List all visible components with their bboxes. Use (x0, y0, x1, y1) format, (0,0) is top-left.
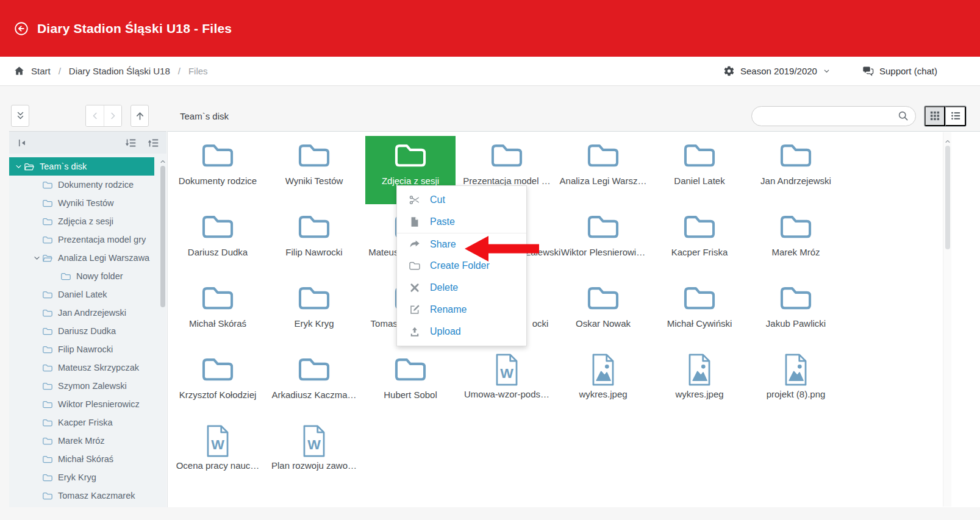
menu-item-delete[interactable]: Delete (397, 277, 526, 299)
app-header: Diary Stadion Śląski U18 - Files (0, 0, 980, 57)
sidebar-tree-item[interactable]: Kacper Friska (9, 413, 154, 432)
grid-view-button[interactable] (925, 106, 945, 126)
folder-tile[interactable]: Dariusz Dudka (173, 207, 263, 276)
menu-item-label: Share (430, 239, 456, 250)
home-icon[interactable] (13, 65, 25, 77)
sidebar-tree-item[interactable]: Tomasz Kaczmarek (9, 486, 154, 505)
collapse-sidebar-icon[interactable] (16, 137, 28, 149)
tree-expander-placeholder (31, 235, 42, 244)
folder-icon (778, 283, 814, 313)
sidebar-tree-item[interactable]: Eryk Kryg (9, 468, 154, 486)
folder-tile[interactable]: Jan Andrzejewski (751, 136, 841, 204)
main-scrollbar[interactable] (943, 132, 951, 507)
menu-item-label: Create Folder (430, 260, 490, 271)
back-button[interactable] (86, 105, 104, 126)
folder-tile[interactable]: Oskar Nowak (558, 279, 648, 347)
file-tile[interactable]: wykres.jpeg (558, 350, 648, 418)
tree-expander-placeholder (31, 326, 42, 336)
folder-tile[interactable]: Michał Cywiński (654, 279, 745, 347)
tree-expand-all-icon[interactable] (148, 137, 159, 149)
folder-icon (489, 141, 524, 170)
file-tile[interactable]: WOcena pracy nauc… (173, 421, 263, 490)
sidebar-tree-item[interactable]: Analiza Legi Warszawa (9, 249, 154, 267)
sidebar-tree-item[interactable]: Team`s disk (9, 157, 154, 176)
folder-tile[interactable]: Krzysztof Kołodziej (173, 350, 263, 418)
folder-icon (778, 212, 814, 241)
scroll-up-icon[interactable] (160, 156, 166, 162)
folder-name: Marek Mróz (771, 247, 820, 257)
sidebar-tree-item[interactable]: Jan Andrzejewski (9, 304, 154, 322)
folder-tile[interactable]: Filip Nawrocki (269, 207, 359, 276)
folder-tile[interactable]: Arkadiusz Kaczma… (269, 350, 359, 418)
scrollbar-thumb[interactable] (945, 146, 950, 249)
search-input[interactable] (751, 106, 916, 126)
tree-expander-placeholder (31, 216, 42, 226)
folder-tile[interactable]: Marek Mróz (751, 207, 841, 276)
tree-item-label: Prezentacja model gry (58, 235, 146, 244)
sidebar-scrollbar[interactable] (160, 155, 166, 506)
tree-item-label: Dariusz Dudka (58, 326, 116, 336)
folder-icon (585, 283, 621, 313)
file-tile[interactable]: projekt (8).png (751, 350, 841, 418)
sidebar-tree-item[interactable]: Prezentacja model gry (9, 230, 154, 249)
list-view-button[interactable] (945, 106, 966, 126)
expand-toolbar-button[interactable] (11, 105, 29, 127)
menu-item-upload[interactable]: Upload (397, 321, 526, 343)
sidebar-tree-item[interactable]: Mateusz Skrzypczak (9, 358, 154, 377)
folder-tile[interactable]: Eryk Kryg (269, 279, 359, 347)
folder-name: Prezentacja model … (463, 176, 550, 186)
file-tile[interactable]: WUmowa-wzor-pods… (462, 350, 552, 418)
chevron-down-icon[interactable] (13, 162, 24, 171)
search-icon[interactable] (897, 110, 909, 122)
sidebar-tree-item[interactable]: Michał Skóraś (9, 450, 154, 468)
file-tile[interactable]: wykres.jpeg (654, 350, 745, 418)
folder-icon (42, 363, 53, 372)
folder-tile[interactable]: Wiktor Plesnierowi… (558, 207, 648, 276)
menu-item-rename[interactable]: Rename (397, 299, 526, 321)
chevron-down-icon[interactable] (31, 253, 42, 263)
season-selector[interactable]: Season 2019/2020 (723, 65, 831, 77)
sidebar-tree-item[interactable]: Szymon Zalewski (9, 377, 154, 395)
breadcrumb-start[interactable]: Start (31, 66, 51, 76)
scroll-up-icon[interactable] (945, 136, 951, 142)
breadcrumb-diary[interactable]: Diary Stadion Śląski U18 (69, 66, 170, 76)
sidebar-tree-item[interactable]: Nowy folder (9, 267, 154, 285)
folder-tile[interactable]: Daniel Latek (654, 136, 745, 204)
folder-icon (393, 355, 428, 384)
folder-tile[interactable]: Hubert Sobol (365, 350, 456, 418)
sidebar-tree-item[interactable]: Dokumenty rodzice (9, 176, 154, 194)
sidebar-tree-item[interactable]: Wiktor Plesnierowicz (9, 395, 154, 413)
folder-tile[interactable]: Michał Skóraś (173, 279, 263, 347)
support-chat-button[interactable]: Support (chat) (862, 65, 937, 77)
sidebar-tree-item[interactable]: Filip Nawrocki (9, 340, 154, 358)
forward-button[interactable] (104, 105, 121, 126)
sidebar-tree-item[interactable]: Daniel Latek (9, 285, 154, 304)
chevron-down-icon (823, 67, 831, 75)
folder-tile[interactable]: Analiza Legi Warsz… (558, 136, 648, 204)
folder-tile[interactable]: Jakub Pawlicki (751, 279, 841, 347)
folder-tile[interactable]: Wyniki Testów (269, 136, 359, 204)
file-name: projekt (8).png (767, 389, 826, 399)
folder-name: Filip Nawrocki (285, 247, 342, 257)
scrollbar-thumb[interactable] (160, 166, 165, 307)
folder-tile[interactable]: Dokumenty rodzice (173, 136, 263, 204)
chevron-right-icon (107, 110, 118, 121)
folder-icon (42, 180, 53, 190)
file-tile[interactable]: WPlan rozwoju zawo… (269, 421, 359, 490)
sidebar-tree-item[interactable]: Dariusz Dudka (9, 322, 154, 340)
menu-item-share[interactable]: Share (397, 233, 526, 255)
tree-collapse-all-icon[interactable] (125, 137, 137, 149)
sidebar-tree-item[interactable]: Wyniki Testów (9, 194, 154, 212)
menu-item-paste[interactable]: Paste (397, 211, 526, 233)
folder-icon (42, 290, 53, 299)
folder-icon (42, 400, 53, 409)
sidebar-tree-item[interactable]: Marek Mróz (9, 432, 154, 450)
folder-tile[interactable]: Kacper Friska (654, 207, 745, 276)
tree-expander-placeholder (31, 198, 42, 208)
back-circle-icon[interactable] (13, 21, 29, 37)
sidebar-tree-item[interactable]: Zdjęcia z sesji (9, 212, 154, 230)
menu-item-cut[interactable]: Cut (397, 189, 526, 211)
menu-item-create-folder[interactable]: Create Folder (397, 255, 526, 277)
up-folder-button[interactable] (131, 105, 149, 127)
folder-icon (682, 212, 717, 241)
